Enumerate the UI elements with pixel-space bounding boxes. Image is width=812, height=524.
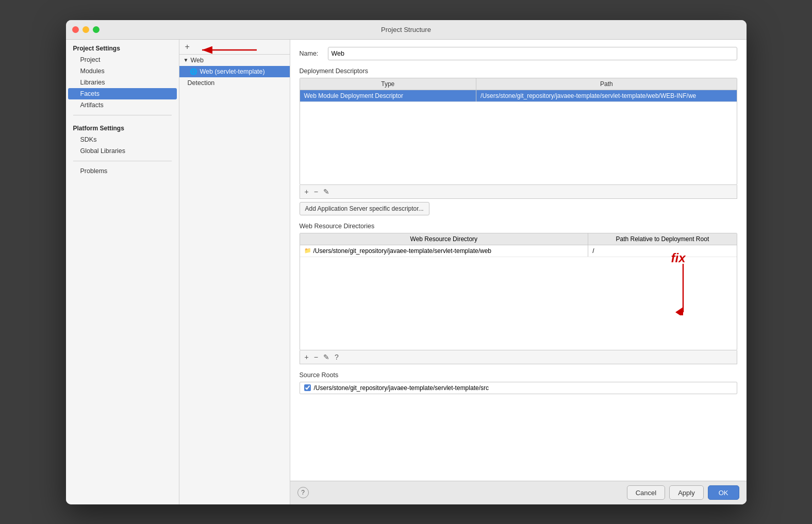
- col-type-header: Type: [300, 78, 477, 90]
- ok-button[interactable]: OK: [708, 485, 739, 500]
- main-content-area: Project Settings Project Modules Librari…: [66, 40, 747, 504]
- web-resource-section: Web Resource Directories Web Resource Di…: [300, 223, 737, 364]
- wr-table-toolbar: + − ✎ ?: [300, 350, 737, 364]
- help-wr-button[interactable]: ?: [333, 352, 340, 362]
- table-header-deployment: Type Path: [300, 78, 737, 90]
- apply-button[interactable]: Apply: [669, 485, 704, 500]
- source-roots-table: /Users/stone/git_repository/javaee-templ…: [300, 382, 737, 394]
- main-inner: Name: Deployment Descriptors Type Path W…: [290, 40, 747, 481]
- edit-descriptor-row-button[interactable]: ✎: [322, 187, 331, 196]
- deployment-table-toolbar: + − ✎: [300, 185, 737, 199]
- minimize-button[interactable]: [82, 26, 89, 33]
- sidebar-item-facets[interactable]: Facets: [68, 88, 177, 99]
- project-structure-window: Project Structure Project Settings Proje…: [66, 20, 747, 504]
- add-facet-button[interactable]: +: [184, 43, 191, 51]
- wr-rel-col-header: Path Relative to Deployment Root: [588, 233, 736, 245]
- deployment-type-cell: Web Module Deployment Descriptor: [300, 90, 477, 102]
- col-path-header: Path: [476, 78, 736, 90]
- wr-directory-cell: 📁 /Users/stone/git_repository/javaee-tem…: [300, 245, 589, 257]
- sidebar-item-global-libraries[interactable]: Global Libraries: [66, 145, 179, 157]
- facet-group-web: ▼ Web: [179, 55, 290, 66]
- platform-settings-header: Platform Settings: [66, 120, 179, 134]
- deployment-descriptors-title: Deployment Descriptors: [300, 67, 737, 75]
- facet-detection[interactable]: Detection: [179, 77, 290, 89]
- facets-toolbar: +: [179, 40, 290, 55]
- table-empty-space: [300, 102, 737, 184]
- maximize-button[interactable]: [93, 26, 100, 33]
- add-app-server-descriptor-button[interactable]: Add Application Server specific descript…: [300, 202, 429, 215]
- source-roots-section: Source Roots /Users/stone/git_repository…: [300, 371, 737, 394]
- sidebar-item-problems[interactable]: Problems: [66, 165, 179, 177]
- deployment-descriptors-table: Type Path Web Module Deployment Descript…: [300, 78, 737, 185]
- sidebar-item-sdks[interactable]: SDKs: [66, 134, 179, 145]
- sidebar-item-project[interactable]: Project: [66, 54, 179, 65]
- wr-table-header: Web Resource Directory Path Relative to …: [300, 233, 737, 245]
- sidebar-item-libraries[interactable]: Libraries: [66, 77, 179, 88]
- sidebar-item-modules[interactable]: Modules: [66, 65, 179, 77]
- remove-wr-button[interactable]: −: [312, 352, 320, 362]
- window-controls: [72, 26, 100, 33]
- close-button[interactable]: [72, 26, 79, 33]
- table-row[interactable]: Web Module Deployment Descriptor /Users/…: [300, 90, 737, 102]
- cancel-button[interactable]: Cancel: [627, 485, 665, 500]
- window-title: Project Structure: [381, 26, 431, 33]
- deployment-path-cell: /Users/stone/git_repository/javaee-templ…: [476, 90, 736, 102]
- name-input[interactable]: [328, 47, 737, 60]
- web-resource-title: Web Resource Directories: [300, 223, 737, 230]
- sr-table-row: /Users/stone/git_repository/javaee-templ…: [300, 382, 737, 394]
- sidebar-item-artifacts[interactable]: Artifacts: [66, 99, 179, 111]
- main-panel: Name: Deployment Descriptors Type Path W…: [290, 40, 747, 504]
- expand-arrow-icon: ▼: [184, 57, 189, 63]
- titlebar: Project Structure: [66, 20, 747, 40]
- bottom-bar: ? Cancel Apply OK: [290, 481, 747, 504]
- fix-label: fix: [671, 251, 685, 265]
- source-roots-title: Source Roots: [300, 371, 737, 379]
- wr-col-header: Web Resource Directory: [300, 233, 589, 245]
- name-label: Name:: [300, 50, 328, 57]
- facet-item-web-servlet[interactable]: 🌐 Web (servlet-template): [179, 66, 290, 77]
- folder-icon: 📁: [304, 247, 311, 254]
- wr-empty-space: [300, 257, 737, 350]
- help-button[interactable]: ?: [297, 487, 309, 498]
- name-row: Name:: [300, 47, 737, 60]
- facets-panel: + ▼ Web 🌐 Web (servlet-template): [179, 40, 290, 504]
- sr-path: /Users/stone/git_repository/javaee-templ…: [314, 384, 489, 392]
- facet-web-icon: 🌐: [190, 68, 197, 75]
- remove-descriptor-row-button[interactable]: −: [312, 187, 320, 196]
- sidebar-divider-2: [73, 161, 172, 161]
- add-wr-button[interactable]: +: [303, 352, 310, 362]
- facet-group-label: Web: [190, 57, 203, 64]
- sidebar: Project Settings Project Modules Librari…: [66, 40, 179, 504]
- facet-item-label: Web (servlet-template): [200, 68, 265, 75]
- add-descriptor-row-button[interactable]: +: [303, 187, 310, 196]
- edit-wr-button[interactable]: ✎: [322, 352, 331, 362]
- project-settings-header: Project Settings: [66, 40, 179, 54]
- sr-checkbox[interactable]: [304, 384, 311, 391]
- wr-relative-cell: /: [588, 245, 736, 257]
- bottom-buttons: Cancel Apply OK: [627, 485, 739, 500]
- sidebar-divider: [73, 115, 172, 115]
